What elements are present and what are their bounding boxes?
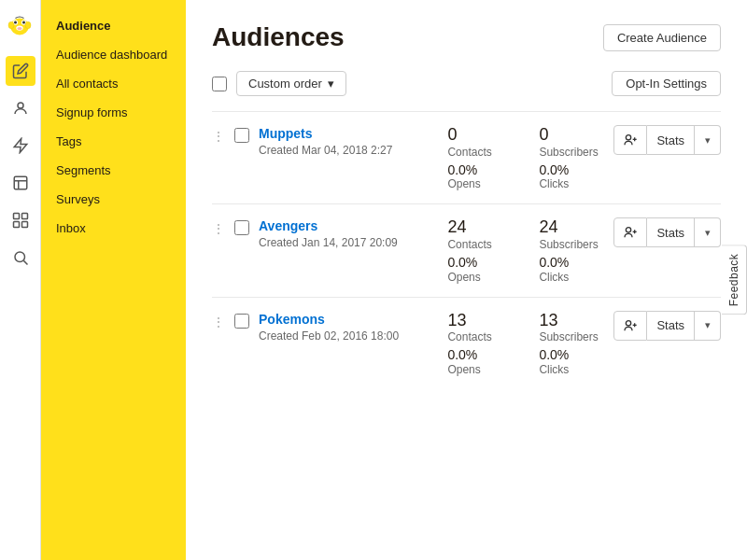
sidebar-item-signup-forms[interactable]: Signup forms — [41, 98, 186, 127]
sidebar-item-all-contacts[interactable]: All contacts — [41, 69, 186, 98]
row-actions-0: Stats ▾ — [613, 125, 721, 155]
audience-created-1: Created Jan 14, 2017 20:09 — [259, 236, 438, 249]
svg-point-20 — [627, 228, 631, 232]
subscribers-number-1: 24 — [539, 217, 604, 238]
sidebar: Audience Audience dashboard All contacts… — [41, 0, 186, 560]
stats-button-0[interactable]: Stats — [647, 125, 695, 155]
svg-point-6 — [17, 27, 21, 30]
drag-handle-icon[interactable]: ⋮ — [212, 311, 225, 329]
create-audience-button[interactable]: Create Audience — [603, 24, 721, 51]
svg-point-7 — [8, 21, 14, 29]
subscribers-label-0: Subscribers — [539, 146, 604, 159]
audience-row: ⋮ Muppets Created Mar 04, 2018 2:27 0 Co… — [212, 111, 721, 203]
feedback-button[interactable]: Feedback — [722, 245, 747, 315]
toolbar-left: Custom order ▾ — [212, 71, 346, 96]
subscribers-stat-1: 24 Subscribers 0.0% Clicks — [539, 217, 604, 283]
audience-row: ⋮ Avengers Created Jan 14, 2017 20:09 24… — [212, 203, 721, 296]
icon-bar-search[interactable] — [6, 243, 35, 273]
app-logo[interactable] — [6, 11, 35, 41]
stats-button-1[interactable]: Stats — [647, 217, 695, 247]
opens-label-1: Opens — [447, 271, 513, 284]
contacts-number-1: 24 — [447, 217, 513, 238]
subscribers-stat-0: 0 Subscribers 0.0% Clicks — [539, 125, 604, 190]
audience-info-2: Pokemons Created Feb 02, 2016 18:00 — [259, 311, 438, 343]
audience-created-2: Created Feb 02, 2016 18:00 — [259, 329, 438, 343]
sidebar-item-audience[interactable]: Audience — [41, 11, 186, 40]
page-title: Audiences — [212, 22, 345, 52]
svg-line-16 — [23, 260, 27, 264]
feedback-wrapper: Feedback — [722, 245, 747, 315]
sort-order-label: Custom order — [248, 77, 322, 91]
opens-label-0: Opens — [447, 177, 513, 190]
clicks-pct-2: 0.0% — [539, 347, 604, 363]
svg-rect-14 — [21, 222, 27, 228]
svg-rect-11 — [13, 214, 19, 219]
audience-name-1[interactable]: Avengers — [259, 218, 317, 233]
clicks-pct-0: 0.0% — [539, 162, 604, 178]
audience-stats-2: 13 Contacts 0.0% Opens 13 Subscribers 0.… — [447, 311, 604, 376]
toolbar: Custom order ▾ Opt-In Settings — [212, 71, 721, 96]
svg-point-4 — [22, 21, 25, 24]
svg-point-8 — [25, 21, 31, 29]
subscribers-number-2: 13 — [539, 311, 604, 331]
icon-bar-templates[interactable] — [6, 168, 35, 198]
sort-order-button[interactable]: Custom order ▾ — [236, 71, 346, 96]
icon-bar-audience[interactable] — [6, 56, 35, 86]
sidebar-item-tags[interactable]: Tags — [41, 127, 186, 156]
row-checkbox-0[interactable] — [234, 128, 249, 143]
icon-bar — [0, 0, 41, 560]
main-content: Audiences Create Audience Custom order ▾… — [186, 0, 747, 560]
stats-button-2[interactable]: Stats — [647, 311, 695, 341]
sort-chevron-icon: ▾ — [328, 77, 334, 91]
drag-handle-icon[interactable]: ⋮ — [212, 125, 225, 144]
stats-dropdown-button-0[interactable]: ▾ — [695, 125, 721, 155]
audience-name-2[interactable]: Pokemons — [259, 312, 325, 327]
contacts-number-2: 13 — [447, 311, 513, 331]
row-actions-1: Stats ▾ — [613, 217, 721, 247]
sidebar-item-inbox[interactable]: Inbox — [41, 214, 186, 243]
row-actions-2: Stats ▾ — [613, 311, 721, 341]
audience-stats-0: 0 Contacts 0.0% Opens 0 Subscribers 0.0%… — [447, 125, 604, 190]
opens-pct-0: 0.0% — [447, 162, 513, 178]
clicks-label-2: Clicks — [539, 363, 604, 376]
svg-point-3 — [14, 21, 17, 24]
svg-point-15 — [15, 252, 25, 262]
row-checkbox-1[interactable] — [234, 220, 249, 235]
svg-rect-12 — [21, 214, 27, 219]
contacts-number-0: 0 — [447, 125, 513, 146]
icon-bar-contacts[interactable] — [6, 93, 35, 123]
drag-handle-icon[interactable]: ⋮ — [212, 217, 225, 236]
audience-created-0: Created Mar 04, 2018 2:27 — [259, 144, 438, 157]
subscribers-number-0: 0 — [539, 125, 604, 146]
opens-label-2: Opens — [447, 363, 513, 376]
contacts-stat-2: 13 Contacts 0.0% Opens — [447, 311, 513, 376]
audience-name-0[interactable]: Muppets — [259, 126, 313, 141]
sidebar-item-surveys[interactable]: Surveys — [41, 185, 186, 214]
contacts-label-1: Contacts — [447, 238, 513, 251]
clicks-label-1: Clicks — [539, 271, 604, 284]
stats-dropdown-button-1[interactable]: ▾ — [695, 217, 721, 247]
row-checkbox-2[interactable] — [234, 314, 249, 329]
opens-pct-1: 0.0% — [447, 255, 513, 271]
audience-stats-1: 24 Contacts 0.0% Opens 24 Subscribers 0.… — [447, 217, 604, 283]
clicks-pct-1: 0.0% — [539, 255, 604, 271]
stats-dropdown-button-2[interactable]: ▾ — [695, 311, 721, 341]
contacts-stat-1: 24 Contacts 0.0% Opens — [447, 217, 513, 283]
add-contact-button-0[interactable] — [613, 125, 647, 155]
select-all-checkbox[interactable] — [212, 77, 227, 91]
svg-point-23 — [627, 320, 631, 325]
add-contact-button-2[interactable] — [613, 311, 647, 341]
sidebar-item-audience-dashboard[interactable]: Audience dashboard — [41, 40, 186, 69]
svg-rect-13 — [13, 222, 19, 228]
icon-bar-automation[interactable] — [6, 131, 35, 161]
subscribers-label-2: Subscribers — [539, 330, 604, 343]
audience-row: ⋮ Pokemons Created Feb 02, 2016 18:00 13… — [212, 297, 721, 389]
audiences-list: ⋮ Muppets Created Mar 04, 2018 2:27 0 Co… — [212, 111, 721, 389]
sidebar-item-segments[interactable]: Segments — [41, 156, 186, 185]
add-contact-button-1[interactable] — [613, 217, 647, 247]
subscribers-label-1: Subscribers — [539, 238, 604, 251]
opens-pct-2: 0.0% — [447, 347, 513, 363]
icon-bar-integrations[interactable] — [6, 205, 35, 235]
contacts-label-2: Contacts — [447, 330, 513, 343]
opt-in-settings-button[interactable]: Opt-In Settings — [612, 71, 721, 96]
